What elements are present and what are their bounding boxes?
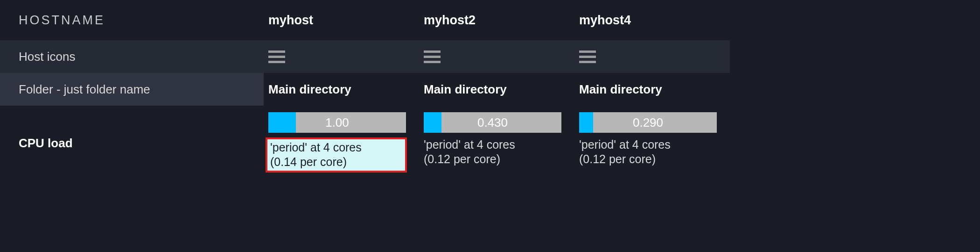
- row-label-folder: Folder - just folder name: [0, 73, 264, 106]
- cpu-cell-0: 1.00 'period' at 4 cores (0.14 per core): [264, 106, 419, 180]
- cpu-desc-line2: (0.12 per core): [579, 152, 656, 166]
- folder-cell-0: Main directory: [264, 73, 419, 106]
- row-label-cpu-load: CPU load: [0, 106, 264, 180]
- cpu-progress-bar: 1.00: [268, 112, 406, 133]
- row-label-host-icons: Host icons: [0, 40, 264, 73]
- cpu-progress-value: 1.00: [268, 112, 406, 133]
- menu-icon[interactable]: [579, 50, 596, 63]
- cpu-progress-bar: 0.430: [424, 112, 561, 133]
- column-header-host-2: myhost4: [574, 0, 730, 40]
- menu-icon[interactable]: [268, 50, 285, 63]
- folder-cell-2: Main directory: [574, 73, 730, 106]
- cpu-progress-value: 0.430: [424, 112, 561, 133]
- cpu-description-highlighted: 'period' at 4 cores (0.14 per core): [266, 137, 407, 173]
- cpu-progress-bar: 0.290: [579, 112, 717, 133]
- cpu-progress-value: 0.290: [579, 112, 717, 133]
- cpu-desc-line2: (0.14 per core): [270, 155, 347, 168]
- column-header-host-1: myhost2: [419, 0, 574, 40]
- cpu-cell-2: 0.290 'period' at 4 cores (0.12 per core…: [574, 106, 730, 180]
- cpu-description: 'period' at 4 cores (0.12 per core): [424, 137, 561, 167]
- host-icons-cell-1: [419, 40, 574, 73]
- menu-icon[interactable]: [424, 50, 441, 63]
- column-header-host-0: myhost: [264, 0, 419, 40]
- cpu-desc-line1: 'period' at 4 cores: [579, 138, 671, 151]
- host-icons-cell-2: [574, 40, 730, 73]
- folder-cell-1: Main directory: [419, 73, 574, 106]
- cpu-description: 'period' at 4 cores (0.12 per core): [579, 137, 717, 167]
- cpu-cell-1: 0.430 'period' at 4 cores (0.12 per core…: [419, 106, 574, 180]
- cpu-desc-line1: 'period' at 4 cores: [270, 141, 362, 154]
- cpu-desc-line1: 'period' at 4 cores: [424, 138, 515, 151]
- column-header-hostname: Hostname: [0, 0, 264, 40]
- cpu-desc-line2: (0.12 per core): [424, 152, 500, 166]
- host-icons-cell-0: [264, 40, 419, 73]
